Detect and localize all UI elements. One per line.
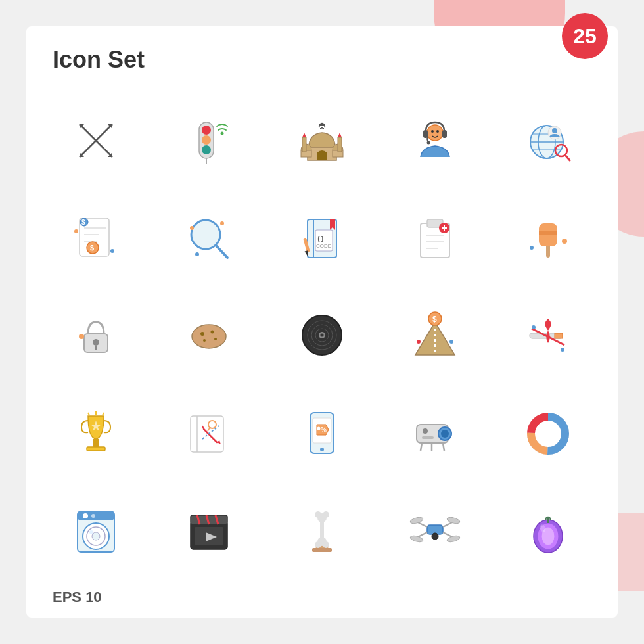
icon-padlock <box>39 287 152 384</box>
icon-ice-cream-bar <box>492 189 605 287</box>
svg-line-100 <box>88 413 89 415</box>
eps-label: EPS 10 <box>53 589 102 606</box>
icon-bone-trophy <box>265 481 379 578</box>
svg-point-13 <box>221 132 224 135</box>
svg-line-99 <box>103 413 104 415</box>
svg-point-74 <box>192 325 226 348</box>
svg-rect-23 <box>442 130 447 138</box>
svg-line-120 <box>421 443 422 451</box>
icon-compress-arrows <box>39 92 152 189</box>
icon-washing-machine <box>39 481 152 578</box>
svg-point-118 <box>423 428 428 434</box>
svg-point-24 <box>427 141 430 145</box>
svg-text:CODE: CODE <box>316 243 331 249</box>
svg-point-131 <box>91 514 95 518</box>
svg-point-147 <box>315 511 321 518</box>
icon-potato <box>152 287 265 384</box>
svg-point-10 <box>202 135 211 145</box>
svg-point-151 <box>323 541 329 548</box>
svg-point-46 <box>190 226 194 230</box>
svg-point-73 <box>79 334 84 339</box>
icon-money-path: $ <box>379 287 492 384</box>
svg-point-68 <box>562 239 567 244</box>
svg-point-71 <box>93 339 99 346</box>
svg-point-42 <box>74 229 78 233</box>
svg-rect-119 <box>422 436 434 439</box>
icon-cancer-ribbon <box>492 287 605 384</box>
page-title: Icon Set <box>53 46 145 74</box>
svg-text:$: $ <box>90 244 94 252</box>
svg-point-94 <box>561 348 564 352</box>
icon-projector <box>379 384 492 481</box>
icon-mosque <box>265 92 379 189</box>
badge-number: 25 <box>562 13 608 59</box>
icon-onion <box>492 481 605 578</box>
svg-point-48 <box>195 252 199 256</box>
svg-point-148 <box>323 511 329 518</box>
svg-point-89 <box>449 340 453 344</box>
svg-point-161 <box>432 533 438 540</box>
svg-point-134 <box>92 532 100 540</box>
icon-clipboard-checklist <box>379 189 492 287</box>
svg-point-9 <box>202 126 211 135</box>
svg-rect-144 <box>312 548 332 552</box>
icon-trophy <box>39 384 152 481</box>
svg-point-135 <box>89 530 93 534</box>
icons-grid: $ $ { } <box>39 92 605 578</box>
icon-mobile-tag: % <box>265 384 379 481</box>
svg-line-45 <box>216 246 227 258</box>
svg-point-78 <box>203 339 206 342</box>
icon-magnifier-search <box>152 189 265 287</box>
icon-clapperboard <box>152 481 265 578</box>
svg-rect-18 <box>338 137 342 152</box>
icon-headset-support <box>379 92 492 189</box>
svg-line-0 <box>80 124 96 141</box>
svg-line-3 <box>96 141 112 157</box>
svg-point-150 <box>315 541 321 548</box>
svg-point-117 <box>441 430 449 438</box>
svg-point-47 <box>220 221 224 225</box>
svg-point-69 <box>530 246 534 250</box>
icon-smart-traffic-light <box>152 92 265 189</box>
icon-donut-chart <box>492 384 605 481</box>
svg-line-122 <box>443 443 444 451</box>
svg-point-130 <box>83 513 88 518</box>
icon-code-book: { } CODE <box>265 189 379 287</box>
svg-point-19 <box>427 125 443 141</box>
icon-user-search <box>492 92 605 189</box>
svg-point-127 <box>539 425 557 443</box>
icon-drone-device <box>379 481 492 578</box>
svg-text:$: $ <box>432 315 437 324</box>
svg-point-93 <box>532 325 536 329</box>
svg-point-111 <box>320 448 324 451</box>
svg-rect-67 <box>539 231 557 235</box>
svg-point-75 <box>200 332 204 336</box>
svg-point-76 <box>211 331 214 334</box>
svg-rect-17 <box>302 137 306 152</box>
svg-text:$: $ <box>81 219 85 226</box>
svg-point-11 <box>202 145 211 154</box>
svg-point-77 <box>214 338 217 340</box>
svg-line-2 <box>80 141 96 157</box>
svg-rect-101 <box>191 416 223 452</box>
svg-point-43 <box>110 249 114 253</box>
icon-design-tools-book <box>152 384 265 481</box>
svg-rect-95 <box>93 439 99 447</box>
svg-line-1 <box>96 124 112 141</box>
svg-point-21 <box>436 130 439 133</box>
svg-text:{  }: { } <box>317 235 324 242</box>
svg-point-84 <box>321 334 324 337</box>
icon-price-document: $ $ <box>39 189 152 287</box>
svg-point-20 <box>431 130 434 133</box>
svg-line-33 <box>565 155 570 160</box>
svg-text:%: % <box>321 426 327 434</box>
svg-point-31 <box>552 128 557 133</box>
svg-rect-96 <box>87 447 105 451</box>
icon-vinyl-record <box>265 287 379 384</box>
svg-point-88 <box>417 340 421 344</box>
svg-point-113 <box>317 427 321 430</box>
svg-rect-91 <box>555 333 563 338</box>
